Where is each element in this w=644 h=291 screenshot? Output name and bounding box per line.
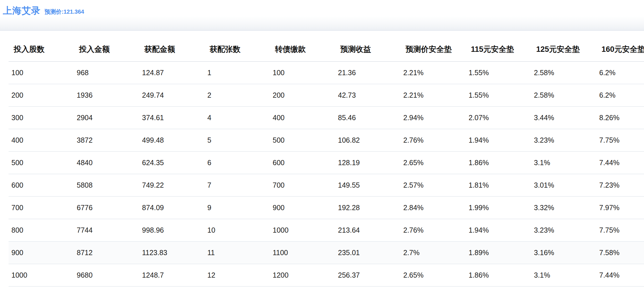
table-cell: 149.55 [335,174,400,196]
table-cell: 2904 [74,106,139,129]
column-header-row: 投入股数投入金额获配金额获配张数转债缴款预测收益预测价安全垫115元安全垫125… [9,31,644,62]
table-cell: 192.28 [335,196,400,219]
table-cell: 1000 [270,219,335,241]
table-cell: 1123.83 [139,241,204,264]
table-cell: 6.2% [596,84,644,106]
table-cell: 2.65% [400,264,466,286]
table-row: 8007744998.96101000213.642.76%1.94%3.23%… [9,219,644,241]
page-title: 上海艾录 [3,5,40,17]
table-cell: 1.99% [466,196,531,219]
table-cell: 500 [270,129,335,151]
table-cell: 9 [204,196,270,219]
table-cell: 624.35 [139,151,204,174]
table-cell: 1.86% [466,151,531,174]
table-cell: 100 [270,62,335,84]
table-cell: 600 [270,151,335,174]
table-cell: 1.89% [466,241,531,264]
table-row: 90087121123.83111100235.012.7%1.89%3.16%… [9,241,644,264]
table-cell: 1.55% [466,84,531,106]
table-cell: 100 [9,62,74,84]
table-cell: 300 [9,106,74,129]
table-cell: 3.01% [531,174,596,196]
table-cell: 124.87 [139,62,204,84]
table-cell: 1.94% [466,129,531,151]
table-cell: 1936 [74,84,139,106]
table-cell: 2 [204,84,270,106]
table-cell: 7.75% [596,129,644,151]
column-header: 投入金额 [74,31,139,62]
table-cell: 700 [270,174,335,196]
column-header: 160元安全垫 [596,31,644,62]
predicted-price-label: 预测价:121.364 [44,8,84,16]
table-cell: 7.75% [596,219,644,241]
table-cell: 7.44% [596,264,644,286]
table-cell: 3.1% [531,264,596,286]
column-header: 预测收益 [335,31,400,62]
table-cell: 235.01 [335,241,400,264]
table-cell: 2.07% [466,106,531,129]
table-cell: 400 [270,106,335,129]
table-cell: 249.74 [139,84,204,106]
column-header: 转债缴款 [270,31,335,62]
table-head: 投入股数投入金额获配金额获配张数转债缴款预测收益预测价安全垫115元安全垫125… [9,31,644,62]
table-cell: 1.55% [466,62,531,84]
table-cell: 874.09 [139,196,204,219]
table-cell: 749.22 [139,174,204,196]
table-cell: 500 [9,151,74,174]
table-cell: 5 [204,129,270,151]
table-cell: 2.21% [400,62,466,84]
column-header: 投入股数 [9,31,74,62]
table-cell: 7.97% [596,196,644,219]
column-header: 115元安全垫 [466,31,531,62]
table-cell: 3.32% [531,196,596,219]
table-cell: 1 [204,62,270,84]
table-cell: 200 [9,84,74,106]
column-header: 预测价安全垫 [400,31,466,62]
table-cell: 7.44% [596,151,644,174]
table-cell: 2.76% [400,219,466,241]
table-cell: 968 [74,62,139,84]
column-header: 获配金额 [139,31,204,62]
table-cell: 7744 [74,219,139,241]
table-cell: 6.2% [596,62,644,84]
table-cell: 1000 [9,264,74,286]
table-cell: 600 [9,174,74,196]
column-header: 125元安全垫 [531,31,596,62]
table-cell: 7 [204,174,270,196]
sticky-header-band [0,16,644,31]
table-cell: 3.44% [531,106,596,129]
table-cell: 1100 [270,241,335,264]
table-cell: 900 [270,196,335,219]
table-cell: 2.58% [531,84,596,106]
table-cell: 8712 [74,241,139,264]
table-cell: 2.94% [400,106,466,129]
table-row: 100968124.87110021.362.21%1.55%2.58%6.2% [9,62,644,84]
table-cell: 21.36 [335,62,400,84]
table-cell: 3.23% [531,129,596,151]
table-cell: 10 [204,219,270,241]
table-row: 100096801248.7121200256.372.65%1.86%3.1%… [9,264,644,286]
page-header: 上海艾录 预测价:121.364 [0,0,644,16]
table-cell: 6776 [74,196,139,219]
table-cell: 3.1% [531,151,596,174]
table-cell: 2.84% [400,196,466,219]
table-cell: 998.96 [139,219,204,241]
table-cell: 4840 [74,151,139,174]
table-cell: 3.23% [531,219,596,241]
table-cell: 374.61 [139,106,204,129]
table-cell: 11 [204,241,270,264]
table-cell: 1.86% [466,264,531,286]
table-cell: 2.21% [400,84,466,106]
table-cell: 8.26% [596,106,644,129]
table-row: 7006776874.099900192.282.84%1.99%3.32%7.… [9,196,644,219]
table-cell: 400 [9,129,74,151]
table-cell: 2.58% [531,62,596,84]
table-row: 5004840624.356600128.192.65%1.86%3.1%7.4… [9,151,644,174]
table-cell: 900 [9,241,74,264]
column-header: 获配张数 [204,31,270,62]
table-cell: 256.37 [335,264,400,286]
table-cell: 7.23% [596,174,644,196]
table-cell: 1200 [270,264,335,286]
table-cell: 85.46 [335,106,400,129]
table-row: 2001936249.74220042.732.21%1.55%2.58%6.2… [9,84,644,106]
